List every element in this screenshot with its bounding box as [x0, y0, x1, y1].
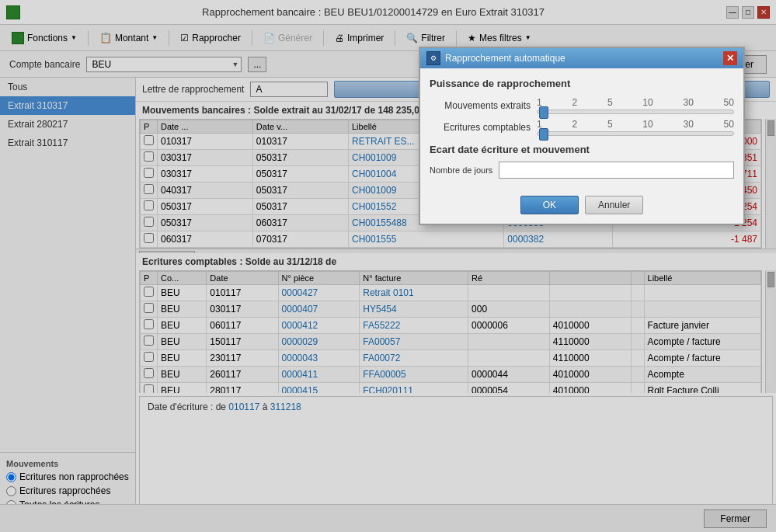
jours-label: Nombre de jours: [430, 165, 492, 175]
annuler-button[interactable]: Annuler: [585, 196, 643, 214]
extraits-ticks: 1 2 5 10 30 50: [537, 97, 734, 108]
comptables-ticks: 1 2 5 10 30 50: [537, 119, 734, 130]
dialog-title-bar: ⚙ Rapprochement automatique ✕: [420, 48, 743, 68]
date-gap-row: Nombre de jours: [430, 162, 734, 179]
rapprochement-dialog: ⚙ Rapprochement automatique ✕ Puissance …: [419, 47, 745, 225]
comptables-slider-container: 1 2 5 10 30 50: [537, 119, 734, 136]
dialog-close-button[interactable]: ✕: [723, 51, 737, 65]
dialog-title: Rapprochement automatique: [445, 53, 565, 64]
comptables-slider-thumb[interactable]: [539, 128, 548, 141]
comptables-label-text: Ecritures comptables: [444, 122, 531, 133]
jours-input[interactable]: [499, 162, 734, 179]
extraits-slider-container: 1 2 5 10 30 50: [537, 97, 734, 114]
extraits-label: Mouvements extraits: [430, 100, 531, 111]
comptables-slider-track[interactable]: [537, 131, 734, 136]
dialog-title-left: ⚙ Rapprochement automatique: [426, 51, 565, 65]
ok-button[interactable]: OK: [520, 196, 579, 214]
extraits-slider-track[interactable]: [537, 110, 734, 114]
dialog-icon: ⚙: [426, 51, 440, 65]
date-gap-section: Ecart date écriture et mouvement Nombre …: [430, 144, 734, 179]
dialog-overlay: ⚙ Rapprochement automatique ✕ Puissance …: [0, 0, 776, 532]
extraits-label-text: Mouvements extraits: [444, 100, 531, 111]
extraits-slider-row: Mouvements extraits 1 2 5 10 30 50: [430, 97, 734, 114]
date-gap-title: Ecart date écriture et mouvement: [430, 144, 734, 155]
dialog-buttons: OK Annuler: [420, 188, 743, 224]
extraits-slider-thumb[interactable]: [539, 106, 548, 119]
power-title: Puissance de rapprochement: [430, 78, 734, 89]
comptables-label: Ecritures comptables: [430, 122, 531, 133]
comptables-slider-row: Ecritures comptables 1 2 5 10 30 50: [430, 119, 734, 136]
dialog-body: Puissance de rapprochement Mouvements ex…: [420, 68, 743, 188]
